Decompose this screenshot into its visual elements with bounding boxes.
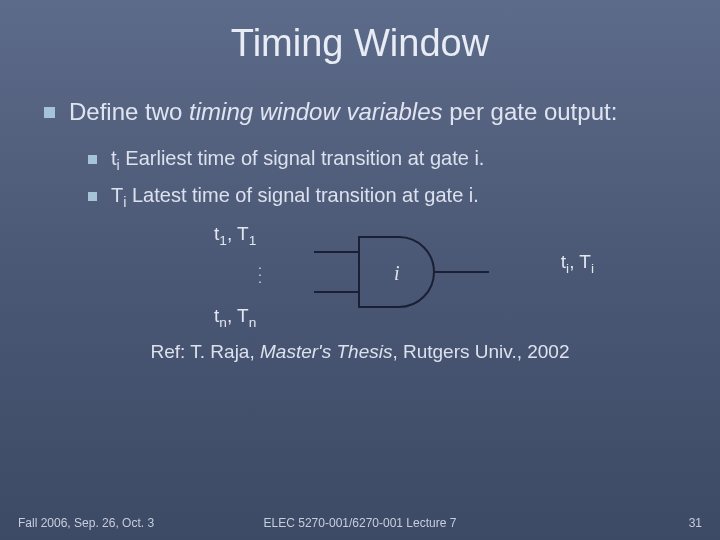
bullet-icon — [88, 155, 97, 164]
sub-text-2: Ti Latest time of signal transition at g… — [111, 184, 479, 207]
ref-suffix: , Rutgers Univ., 2002 — [392, 341, 569, 362]
and-gate-icon: i — [314, 227, 494, 321]
ellipsis-icon: ... — [258, 261, 262, 282]
desc: Earliest time of signal transition at ga… — [120, 147, 485, 169]
sub-text-1: ti Earliest time of signal transition at… — [111, 147, 484, 170]
text-suffix: per gate output: — [443, 98, 618, 125]
s: n — [249, 315, 257, 330]
gate-label: i — [394, 262, 400, 284]
T: T — [579, 251, 591, 272]
ref-italic: Master's Thesis — [260, 341, 392, 362]
desc: Latest time of signal transition at gate… — [126, 184, 478, 206]
sub-bullet-2: Ti Latest time of signal transition at g… — [88, 184, 676, 207]
reference-text: Ref: T. Raja, Master's Thesis, Rutgers U… — [44, 341, 676, 363]
s: i — [566, 261, 569, 276]
footer-page-number: 31 — [689, 516, 702, 530]
s: 1 — [219, 233, 227, 248]
sub-bullets: ti Earliest time of signal transition at… — [88, 147, 676, 207]
T: T — [237, 305, 249, 326]
bullet-icon — [88, 192, 97, 201]
main-point-text: Define two timing window variables per g… — [69, 97, 617, 127]
gate-diagram: t1, T1 ... tn, Tn i ti, Ti — [194, 221, 594, 341]
footer-center: ELEC 5270-001/6270-001 Lecture 7 — [264, 516, 457, 530]
slide-title: Timing Window — [0, 0, 720, 75]
T: T — [237, 223, 249, 244]
sub-bullet-1: ti Earliest time of signal transition at… — [88, 147, 676, 170]
footer-left: Fall 2006, Sep. 26, Oct. 3 — [18, 516, 154, 530]
bottom-input-label: tn, Tn — [214, 305, 256, 327]
text-prefix: Define two — [69, 98, 189, 125]
slide-content: Define two timing window variables per g… — [0, 97, 720, 363]
bullet-icon — [44, 107, 55, 118]
text-italic: timing window variables — [189, 98, 442, 125]
s: i — [591, 261, 594, 276]
slide-footer: Fall 2006, Sep. 26, Oct. 3 ELEC 5270-001… — [0, 516, 720, 530]
output-label: ti, Ti — [561, 251, 594, 273]
main-bullet: Define two timing window variables per g… — [44, 97, 676, 127]
s: n — [219, 315, 227, 330]
ref-prefix: Ref: T. Raja, — [151, 341, 260, 362]
var: T — [111, 184, 123, 206]
s: 1 — [249, 233, 257, 248]
top-input-label: t1, T1 — [214, 223, 256, 245]
